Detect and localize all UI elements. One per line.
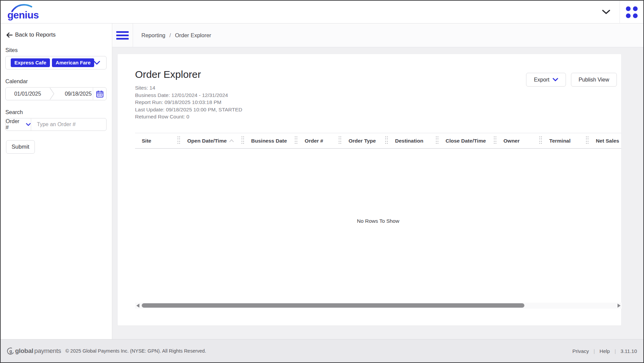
column-header-owner[interactable]: Owner xyxy=(497,133,543,148)
globalpayments-mark-icon: g xyxy=(6,347,15,356)
globalpayments-logo: g globalpayments xyxy=(7,347,61,355)
chevron-down-icon xyxy=(553,78,558,82)
chevron-down-icon xyxy=(26,123,31,126)
date-range-picker: 01/01/2025 09/18/2025 xyxy=(5,87,107,100)
date-range-divider xyxy=(50,88,56,100)
report-meta-row-count: Returned Row Count: 0 xyxy=(135,113,617,120)
column-header-destination[interactable]: Destination xyxy=(388,133,439,148)
start-date-input[interactable]: 01/01/2025 xyxy=(6,88,50,100)
publish-view-button[interactable]: Publish View xyxy=(571,73,617,87)
back-to-reports-label: Back to Reports xyxy=(15,32,56,38)
account-menu-button[interactable] xyxy=(593,1,620,23)
report-card: Order Explorer Sites: 14 Business Date: … xyxy=(117,54,622,326)
globalpayments-logo-bold: global xyxy=(15,347,33,355)
search-input[interactable] xyxy=(31,118,106,131)
column-resize-handle[interactable] xyxy=(178,137,180,145)
column-header-order-type[interactable]: Order Type xyxy=(342,133,388,148)
calendar-button[interactable] xyxy=(93,88,106,100)
filters-sidebar: Back to Reports Sites Express Cafe Ameri… xyxy=(1,23,112,341)
column-header-close-datetime[interactable]: Close Date/Time xyxy=(439,133,497,148)
breadcrumb-current-page: Order Explorer xyxy=(175,32,211,39)
breadcrumb-bar: Reporting / Order Explorer xyxy=(112,23,643,47)
scroll-right-arrow[interactable] xyxy=(618,304,621,308)
site-chip[interactable]: American Fare xyxy=(52,58,94,67)
hamburger-icon xyxy=(116,31,129,40)
copyright-text: © 2025 Global Payments Inc. (NYSE: GPN).… xyxy=(65,348,206,354)
privacy-link[interactable]: Privacy xyxy=(572,348,589,354)
breadcrumb-separator: / xyxy=(170,32,171,39)
table-body: No Rows To Show xyxy=(135,149,621,303)
scrollbar-thumb[interactable] xyxy=(142,303,524,308)
column-resize-handle[interactable] xyxy=(242,137,244,145)
main-area: Reporting / Order Explorer Order Explore… xyxy=(112,23,643,341)
chevron-down-icon xyxy=(93,61,100,65)
footer-separator: | xyxy=(615,348,616,354)
export-label: Export xyxy=(534,77,549,83)
column-header-business-date[interactable]: Business Date xyxy=(245,133,298,148)
empty-table-message: No Rows To Show xyxy=(357,218,399,224)
chevron-down-icon xyxy=(602,10,610,14)
sort-asc-icon xyxy=(229,139,234,142)
submit-button[interactable]: Submit xyxy=(6,140,35,154)
globalpayments-logo-light: payments xyxy=(34,347,61,355)
breadcrumb-reporting[interactable]: Reporting xyxy=(141,32,166,39)
back-to-reports-link[interactable]: Back to Reports xyxy=(6,32,107,38)
logo-text: genius xyxy=(7,9,39,21)
export-button[interactable]: Export xyxy=(526,73,566,87)
column-resize-handle[interactable] xyxy=(494,137,496,145)
publish-view-label: Publish View xyxy=(579,77,609,83)
report-meta-report-run: Report Run: 09/18/2025 10:03:18 PM xyxy=(135,99,617,106)
breadcrumb: Reporting / Order Explorer xyxy=(133,23,211,47)
footer-separator: | xyxy=(593,348,595,354)
version-number: 3.11.10 xyxy=(621,348,637,354)
column-header-order-number[interactable]: Order # xyxy=(298,133,342,148)
menu-toggle-button[interactable] xyxy=(112,23,133,47)
orders-table: Site Open Date/Time Business Date xyxy=(135,133,621,309)
column-resize-handle[interactable] xyxy=(339,137,341,145)
search-box: Order # xyxy=(5,118,107,131)
sites-select[interactable]: Express Cafe American Fare xyxy=(5,56,107,69)
report-actions: Export Publish View xyxy=(526,73,617,87)
app-launcher-button[interactable] xyxy=(620,1,643,23)
column-resize-handle[interactable] xyxy=(436,137,438,145)
calendar-icon xyxy=(96,90,104,98)
horizontal-scrollbar[interactable] xyxy=(135,303,622,309)
column-header-net-sales[interactable]: Net Sales xyxy=(589,133,621,148)
genius-logo[interactable]: genius xyxy=(7,3,40,21)
sites-label: Sites xyxy=(5,47,107,53)
table-header-row: Site Open Date/Time Business Date xyxy=(135,133,621,149)
top-bar: genius xyxy=(1,1,643,23)
report-header: Order Explorer Sites: 14 Business Date: … xyxy=(118,54,621,120)
site-chip[interactable]: Express Cafe xyxy=(11,58,50,67)
column-header-terminal[interactable]: Terminal xyxy=(542,133,589,148)
column-header-site[interactable]: Site xyxy=(135,133,181,148)
column-resize-handle[interactable] xyxy=(586,137,588,145)
search-type-select[interactable]: Order # xyxy=(6,118,31,131)
column-resize-handle[interactable] xyxy=(385,137,388,145)
column-resize-handle[interactable] xyxy=(539,137,542,145)
report-meta-business-date: Business Date: 12/01/2024 - 12/31/2024 xyxy=(135,92,617,99)
search-type-value: Order # xyxy=(6,118,23,131)
scroll-left-arrow[interactable] xyxy=(136,304,139,308)
search-label: Search xyxy=(5,109,107,115)
arrow-left-icon xyxy=(6,32,13,38)
report-meta-last-update: Last Update: 09/18/2025 10:00 PM, STARTE… xyxy=(135,106,617,113)
help-link[interactable]: Help xyxy=(599,348,610,354)
column-resize-handle[interactable] xyxy=(295,137,297,145)
footer: g globalpayments © 2025 Global Payments … xyxy=(1,339,643,362)
app-window: genius Back to Reports Sites Express Caf… xyxy=(0,0,644,363)
app-grid-icon xyxy=(626,6,638,18)
column-header-open-datetime[interactable]: Open Date/Time xyxy=(181,133,245,148)
calendar-label: Calendar xyxy=(5,78,107,85)
